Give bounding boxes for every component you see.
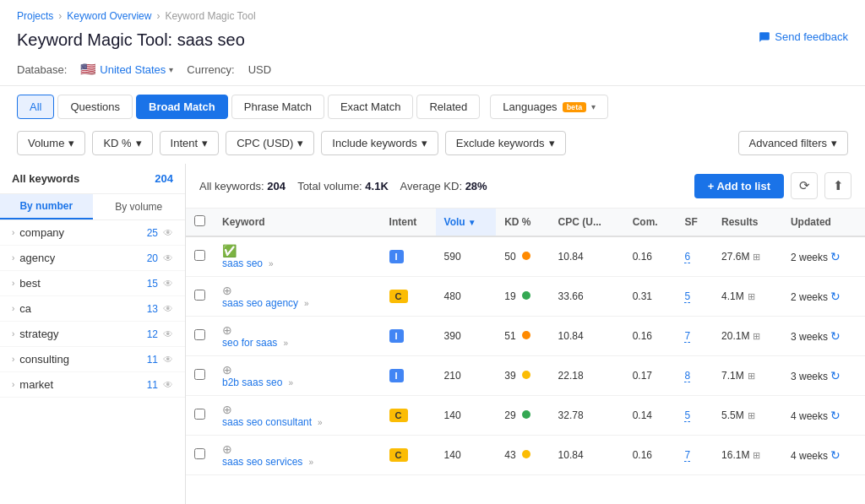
stats-actions: + Add to list ⟳ ⬆ [694,172,851,199]
sf-link[interactable]: 8 [684,370,690,382]
sf-link[interactable]: 5 [684,290,690,303]
sf-link[interactable]: 6 [684,251,690,263]
eye-icon[interactable]: 👁 [163,252,173,264]
serp-icon[interactable]: ⊞ [753,331,760,342]
serp-icon[interactable]: ⊞ [753,450,760,461]
eye-icon[interactable]: 👁 [163,227,173,239]
keyword-link[interactable]: saas seo agency » [222,297,373,309]
volume-cell: 390 [436,317,497,356]
sf-link[interactable]: 7 [684,330,690,343]
row-checkbox[interactable] [194,448,205,459]
row-checkbox-cell[interactable] [186,356,214,396]
keyword-link[interactable]: saas seo consultant » [222,416,373,428]
refresh-icon[interactable]: ↻ [830,448,841,462]
database-country: United States [100,63,166,76]
intent-badge: I [389,250,404,263]
updated-column-header[interactable]: Updated [782,209,865,236]
tab-related[interactable]: Related [416,95,480,119]
sidebar-item[interactable]: › ca 13 👁 [0,296,185,322]
eye-icon[interactable]: 👁 [163,303,173,315]
keyword-column-header[interactable]: Keyword [214,209,381,236]
refresh-icon[interactable]: ↻ [830,409,841,422]
sidebar-item[interactable]: › company 25 👁 [0,220,185,246]
filter-volume-label: Volume [28,137,64,149]
breadcrumb-keyword-overview[interactable]: Keyword Overview [67,10,151,22]
row-checkbox-cell[interactable] [186,236,214,277]
cpc-column-header[interactable]: CPC (U... [550,209,624,236]
refresh-button[interactable]: ⟳ [791,172,818,199]
eye-icon[interactable]: 👁 [163,328,173,340]
refresh-icon[interactable]: ↻ [830,250,841,263]
com-column-header[interactable]: Com. [624,209,677,236]
filter-cpc[interactable]: CPC (USD) ▾ [226,131,314,155]
refresh-icon[interactable]: ↻ [830,329,841,343]
row-checkbox[interactable] [194,409,205,420]
avg-kd-label: Average KD: [391,180,465,192]
sidebar-keyword-count: 15 [147,278,158,290]
row-checkbox[interactable] [194,369,205,380]
tab-all[interactable]: All [17,95,54,119]
tab-questions[interactable]: Questions [57,95,133,119]
eye-icon[interactable]: 👁 [163,379,173,391]
select-all-header[interactable] [186,209,214,236]
refresh-icon[interactable]: ↻ [830,369,841,382]
breadcrumb-projects[interactable]: Projects [17,10,53,22]
tab-languages[interactable]: Languages beta ▾ [490,95,608,119]
serp-icon[interactable]: ⊞ [748,410,755,421]
volume-column-header[interactable]: Volu ▼ [436,209,497,236]
tab-broad-match[interactable]: Broad Match [136,95,228,119]
sf-link[interactable]: 7 [684,449,690,462]
database-selector[interactable]: 🇺🇸 United States ▾ [80,62,173,77]
add-to-list-button[interactable]: + Add to list [694,174,784,198]
export-button[interactable]: ⬆ [824,172,851,199]
serp-icon[interactable]: ⊞ [753,252,760,263]
tab-exact-match[interactable]: Exact Match [328,95,414,119]
sort-by-number-button[interactable]: By number [0,194,93,219]
filter-volume[interactable]: Volume ▾ [17,131,85,155]
eye-icon[interactable]: 👁 [163,278,173,290]
keyword-link[interactable]: saas seo » [222,257,373,269]
row-checkbox-cell[interactable] [186,317,214,356]
select-all-checkbox[interactable] [194,215,205,226]
keyword-link[interactable]: seo for saas » [222,337,373,349]
sidebar-keyword-count: 12 [147,328,158,340]
filter-include[interactable]: Include keywords ▾ [321,131,438,155]
serp-icon[interactable]: ⊞ [748,291,755,302]
sf-column-header[interactable]: SF [676,209,713,236]
kd-cell: 39 [496,356,549,396]
updated-cell: 3 weeks ↻ [782,317,865,356]
send-feedback-button[interactable]: Send feedback [759,30,848,43]
spacer: Total volume: [289,180,366,192]
keyword-link[interactable]: b2b saas seo » [222,377,373,388]
filter-intent[interactable]: Intent ▾ [160,131,220,155]
tab-phrase-match[interactable]: Phrase Match [231,95,324,119]
avg-kd-value: 28% [465,180,487,192]
eye-icon[interactable]: 👁 [163,354,173,366]
sidebar-item[interactable]: › best 15 👁 [0,271,185,296]
filter-advanced[interactable]: Advanced filters ▾ [738,131,849,155]
keyword-link[interactable]: saas seo services » [222,456,373,468]
row-checkbox-cell[interactable] [186,277,214,317]
results-column-header[interactable]: Results [713,209,782,236]
sidebar-item[interactable]: › market 11 👁 [0,372,185,398]
filter-kd-label: KD % [103,137,131,149]
sidebar-item[interactable]: › consulting 11 👁 [0,347,185,372]
row-checkbox[interactable] [194,250,205,261]
row-checkbox[interactable] [194,329,205,340]
sidebar-item[interactable]: › agency 20 👁 [0,246,185,271]
serp-icon[interactable]: ⊞ [748,371,755,382]
row-checkbox-cell[interactable] [186,396,214,436]
sidebar-item[interactable]: › strategy 12 👁 [0,322,185,347]
refresh-icon[interactable]: ↻ [830,290,841,303]
kd-column-header[interactable]: KD % [496,209,549,236]
filter-kd[interactable]: KD % ▾ [92,131,152,155]
row-checkbox[interactable] [194,290,205,301]
volume-cell: 210 [436,356,497,396]
plus-circle-icon: ⊕ [222,363,232,377]
intent-column-header[interactable]: Intent [381,209,436,236]
sort-by-volume-button[interactable]: By volume [93,194,186,219]
row-checkbox-cell[interactable] [186,436,214,475]
filter-exclude[interactable]: Exclude keywords ▾ [445,131,566,155]
currency-value: USD [248,63,271,76]
sf-link[interactable]: 5 [684,409,690,422]
